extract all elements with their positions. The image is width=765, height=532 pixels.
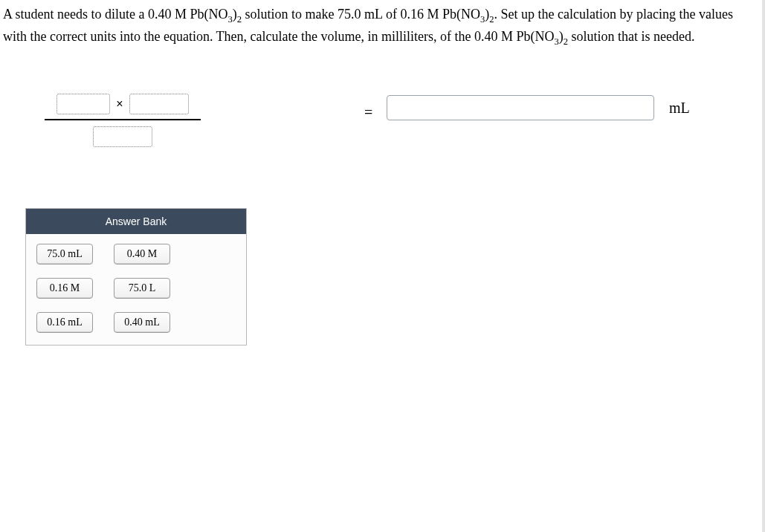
work-area: × = mL xyxy=(0,49,765,235)
fraction-bar xyxy=(45,119,201,120)
drop-slot-numerator-1[interactable] xyxy=(57,94,110,114)
answer-tile[interactable]: 75.0 L xyxy=(114,278,170,299)
equals-sign: = xyxy=(364,104,372,121)
multiply-icon: × xyxy=(116,97,123,111)
scrollbar-edge xyxy=(762,0,765,532)
equation-denominator xyxy=(93,126,152,147)
answer-bank: Answer Bank 75.0 mL 0.40 M 0.16 M 75.0 L… xyxy=(25,208,247,346)
answer-tile[interactable]: 75.0 mL xyxy=(36,244,93,265)
answer-bank-title: Answer Bank xyxy=(26,209,246,234)
answer-bank-body: 75.0 mL 0.40 M 0.16 M 75.0 L 0.16 mL 0.4… xyxy=(26,234,246,345)
drop-slot-denominator[interactable] xyxy=(93,126,152,147)
equation-fraction: × xyxy=(45,94,201,147)
answer-tile[interactable]: 0.16 mL xyxy=(36,312,93,333)
result-input[interactable] xyxy=(387,95,654,120)
answer-tile[interactable]: 0.40 mL xyxy=(114,312,170,333)
drop-slot-numerator-2[interactable] xyxy=(129,94,189,114)
answer-tile[interactable]: 0.16 M xyxy=(36,278,93,299)
result-unit-label: mL xyxy=(669,100,690,117)
answer-tile[interactable]: 0.40 M xyxy=(114,244,170,265)
equation-numerator: × xyxy=(57,94,188,114)
problem-statement: A student needs to dilute a 0.40 M Pb(NO… xyxy=(0,0,765,49)
